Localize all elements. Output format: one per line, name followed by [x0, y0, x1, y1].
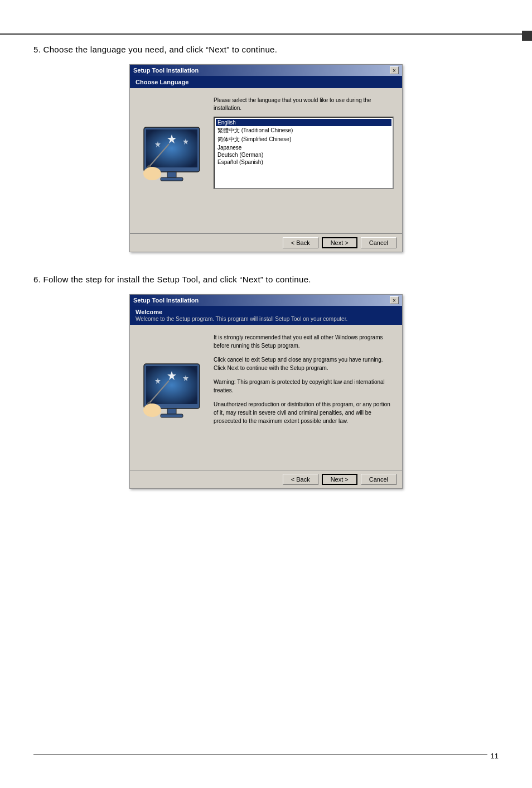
dialog2-close-button[interactable]: × — [390, 296, 399, 304]
svg-rect-11 — [146, 170, 150, 178]
lang-spanish[interactable]: Español (Spanish) — [216, 158, 391, 166]
dialog1-close-button[interactable]: × — [390, 66, 399, 74]
welcome-para-2: Click cancel to exit Setup and close any… — [214, 355, 394, 372]
dialog2-main: It is strongly recommended that you exit… — [208, 330, 396, 464]
dialog2-window: Setup Tool Installation × Welcome Welcom… — [129, 294, 403, 489]
svg-rect-8 — [167, 172, 176, 177]
monitor-svg-2 — [138, 361, 205, 434]
svg-rect-20 — [167, 409, 176, 414]
lang-german[interactable]: Deutsch (German) — [216, 151, 391, 158]
dialog2-cancel-button[interactable]: Cancel — [361, 474, 396, 485]
language-listbox[interactable]: English 繁體中文 (Traditional Chinese) 简体中文 … — [214, 117, 394, 189]
welcome-text-area: It is strongly recommended that you exit… — [214, 333, 394, 425]
lang-simplified-chinese[interactable]: 简体中文 (Simplified Chinese) — [216, 135, 391, 144]
top-border — [0, 33, 532, 35]
dialog1-cancel-button[interactable]: Cancel — [361, 237, 396, 248]
dialog2-titlebar: Setup Tool Installation × — [130, 295, 402, 306]
dialog1-back-button[interactable]: < Back — [283, 237, 318, 248]
dialog1-subtitle: Choose Language — [136, 79, 396, 85]
welcome-para-3: Warning: This program is protected by co… — [214, 378, 394, 395]
dialog2-next-button[interactable]: Next > — [322, 474, 357, 485]
welcome-para-1: It is strongly recommended that you exit… — [214, 333, 394, 350]
lang-traditional-chinese[interactable]: 繁體中文 (Traditional Chinese) — [216, 126, 391, 135]
dialog2-subtitle-bar: Welcome Welcome to the Setup program. Th… — [130, 306, 402, 325]
dialog1-window: Setup Tool Installation × Choose Languag… — [129, 64, 403, 252]
svg-rect-23 — [146, 407, 150, 415]
dialog1-main: Please select the language that you woul… — [208, 94, 396, 228]
monitor-illustration-2 — [136, 330, 208, 464]
bottom-line — [33, 754, 487, 755]
monitor-illustration-1 — [136, 94, 208, 228]
dialog2-body: It is strongly recommended that you exit… — [130, 325, 402, 470]
dialog2-footer: < Back Next > Cancel — [130, 470, 402, 488]
lang-japanese[interactable]: Japanese — [216, 144, 391, 151]
step5-text: 5. Choose the language you need, and cli… — [33, 45, 499, 54]
dialog1-next-button[interactable]: Next > — [322, 237, 357, 248]
dialog2-back-button[interactable]: < Back — [283, 474, 318, 485]
step6-text: 6. Follow the step for install the Setup… — [33, 275, 499, 284]
page-number: 11 — [491, 752, 499, 760]
dialog1-titlebar: Setup Tool Installation × — [130, 65, 402, 76]
dialog1-body: Please select the language that you woul… — [130, 88, 402, 233]
dialog1-title: Setup Tool Installation — [133, 67, 199, 74]
dialog2-subtitle: Welcome — [136, 309, 396, 315]
dialog1-footer: < Back Next > Cancel — [130, 233, 402, 252]
dialog2-title: Setup Tool Installation — [133, 297, 199, 304]
svg-rect-21 — [161, 414, 183, 417]
welcome-para-4: Unauthorized reproduction or distributio… — [214, 400, 394, 425]
svg-rect-9 — [161, 177, 183, 181]
top-border-square — [522, 31, 532, 41]
lang-description: Please select the language that you woul… — [214, 97, 394, 112]
monitor-svg-1 — [138, 124, 205, 197]
dialog1-subtitle-bar: Choose Language — [130, 76, 402, 88]
lang-english[interactable]: English — [216, 119, 391, 126]
dialog2-subtitle-desc: Welcome to the Setup program. This progr… — [136, 316, 396, 322]
